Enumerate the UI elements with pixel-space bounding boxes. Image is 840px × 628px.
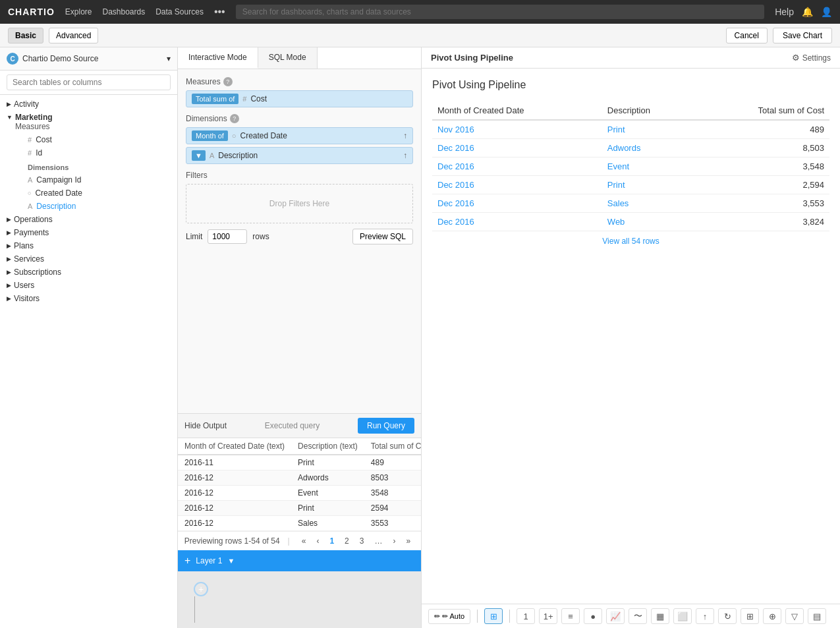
chart-type-scatter[interactable]: ⬜ <box>673 608 692 624</box>
tree-leaf-cost[interactable]: # Cost <box>11 133 177 146</box>
notification-icon: 🔔 <box>802 7 813 17</box>
tree-item-services[interactable]: ▶ Services <box>0 252 177 266</box>
col-header-desc: Description (text) <box>291 438 364 455</box>
page-first[interactable]: « <box>298 535 310 547</box>
pivot-cell-value: 8,503 <box>695 139 829 157</box>
chart-type-filter[interactable]: ▽ <box>785 608 804 624</box>
chart-type-up[interactable]: ↑ <box>696 608 714 624</box>
dimensions-header: Dimensions <box>11 159 177 173</box>
table-cell: 8503 <box>364 471 421 486</box>
dimensions-help-icon[interactable]: ? <box>230 114 239 123</box>
table-chart-button[interactable]: ⊞ <box>484 608 503 624</box>
page-next[interactable]: › <box>389 535 399 547</box>
nav-search-input[interactable] <box>236 5 765 19</box>
arrow-subscriptions: ▶ <box>7 269 11 275</box>
help-link[interactable]: Help <box>775 7 794 17</box>
pivot-cell-desc: Adwords <box>602 139 696 157</box>
chart-type-1[interactable]: 1 <box>517 608 535 624</box>
tree-leaf-campaign-id[interactable]: A Campaign Id <box>11 173 177 186</box>
measure-row[interactable]: Total sum of # Cost <box>186 90 413 107</box>
layer-dropdown-icon[interactable]: ▼ <box>227 557 235 565</box>
pivot-cell-desc: Print <box>602 176 696 194</box>
col-header-date: Month of Created Date (text) <box>178 438 291 455</box>
measures-help-icon[interactable]: ? <box>223 77 233 86</box>
cancel-button[interactable]: Cancel <box>726 28 768 43</box>
nav-more[interactable]: ••• <box>214 6 225 18</box>
page-2[interactable]: 2 <box>341 535 353 547</box>
settings-button[interactable]: ⚙ Settings <box>792 53 831 63</box>
hide-output-button[interactable]: Hide Output <box>184 421 227 430</box>
chart-type-pie[interactable]: ● <box>584 608 602 624</box>
user-icon[interactable]: 👤 <box>821 7 832 17</box>
save-chart-button[interactable]: Save Chart <box>773 28 832 43</box>
dim-row-1[interactable]: Month of ○ Created Date ↑ <box>186 127 413 144</box>
page-1[interactable]: 1 <box>325 535 338 547</box>
connector-line <box>194 596 195 623</box>
table-row: 2016-12Event3548 <box>178 486 421 501</box>
tree-item-operations[interactable]: ▶ Operations <box>0 213 177 226</box>
tab-interactive[interactable]: Interactive Mode <box>178 47 258 69</box>
pivot-cell-date: Dec 2016 <box>432 194 602 213</box>
table-cell: 3553 <box>364 516 421 531</box>
dim2-sort-btn[interactable]: ↑ <box>403 151 407 160</box>
page-last[interactable]: » <box>402 535 414 547</box>
table-row: Dec 2016Sales3,553 <box>432 194 829 213</box>
table-cell: 2016-12 <box>178 516 291 531</box>
chart-type-bar[interactable]: ▦ <box>651 608 669 624</box>
nav-dashboards[interactable]: Dashboards <box>102 7 145 16</box>
table-search-input[interactable] <box>7 74 171 90</box>
auto-chart-button[interactable]: ✏ ✏ Auto <box>428 609 470 624</box>
add-layer-circle-button[interactable]: + <box>194 582 208 596</box>
nav-explore[interactable]: Explore <box>65 7 92 16</box>
tree-item-subscriptions[interactable]: ▶ Subscriptions <box>0 266 177 279</box>
tab-basic[interactable]: Basic <box>8 28 43 43</box>
measure-field: Cost <box>250 94 267 103</box>
tree-item-activity[interactable]: ▶ Activity <box>0 98 177 111</box>
chart-type-list[interactable]: ≡ <box>561 608 580 624</box>
dim2-type-icon: A <box>210 152 214 159</box>
chart-type-grid[interactable]: ⊞ <box>741 608 759 624</box>
table-row: 2016-12Sales3553 <box>178 516 421 531</box>
dim1-sort-btn[interactable]: ↑ <box>403 131 407 140</box>
chart-type-1plus[interactable]: 1+ <box>539 608 557 624</box>
data-source-selector[interactable]: C Chartio Demo Source ▾ <box>0 47 177 71</box>
layer-bar: + Layer 1 ▼ <box>178 550 421 571</box>
table-row: Dec 2016Web3,824 <box>432 213 829 231</box>
tree-item-payments[interactable]: ▶ Payments <box>0 226 177 239</box>
pivot-cell-date: Dec 2016 <box>432 157 602 176</box>
output-panel: Hide Output Executed query Run Query Mon… <box>178 413 421 550</box>
tree-item-plans[interactable]: ▶ Plans <box>0 239 177 252</box>
layer-add-button[interactable]: + <box>184 555 190 567</box>
nav-data-sources[interactable]: Data Sources <box>155 7 204 16</box>
tree-leaf-id[interactable]: # Id <box>11 146 177 159</box>
toolbar-divider <box>477 610 478 623</box>
chart-type-line[interactable]: 📈 <box>606 608 625 624</box>
table-cell: 2594 <box>364 501 421 516</box>
type-icon-created-date: ○ <box>28 190 31 196</box>
chart-type-calendar[interactable]: ▤ <box>808 608 826 624</box>
tree-leaf-description[interactable]: A Description <box>11 200 177 213</box>
tree-item-marketing[interactable]: ▼ Marketing Measures <box>0 111 177 133</box>
tab-sql[interactable]: SQL Mode <box>258 47 318 69</box>
page-prev[interactable]: ‹ <box>312 535 323 547</box>
chart-type-plus[interactable]: ⊕ <box>763 608 781 624</box>
tree-item-users[interactable]: ▶ Users <box>0 279 177 292</box>
run-query-button[interactable]: Run Query <box>358 418 414 434</box>
chart-type-area[interactable]: 〜 <box>629 608 647 624</box>
table-row: Dec 2016Event3,548 <box>432 157 829 176</box>
view-all-link[interactable]: View all 54 rows <box>432 231 829 251</box>
chart-type-pivot[interactable]: ↻ <box>718 608 737 624</box>
table-row: Dec 2016Print2,594 <box>432 176 829 194</box>
mode-tabs: Interactive Mode SQL Mode <box>178 47 421 69</box>
dim-row-2[interactable]: ▼ A Description ↑ <box>186 147 413 164</box>
dim2-tag: ▼ <box>192 150 206 161</box>
tree-label-marketing: Marketing <box>15 113 53 122</box>
preview-sql-button[interactable]: Preview SQL <box>352 229 413 244</box>
table-row: 2016-11Print489 <box>178 455 421 471</box>
page-3[interactable]: 3 <box>356 535 368 547</box>
tree-item-visitors[interactable]: ▶ Visitors <box>0 292 177 305</box>
limit-input[interactable] <box>208 229 247 244</box>
tab-advanced[interactable]: Advanced <box>49 28 98 43</box>
tree-leaf-created-date[interactable]: ○ Created Date <box>11 186 177 200</box>
pivot-header: Pivot Using Pipeline ⚙ Settings <box>422 47 840 69</box>
